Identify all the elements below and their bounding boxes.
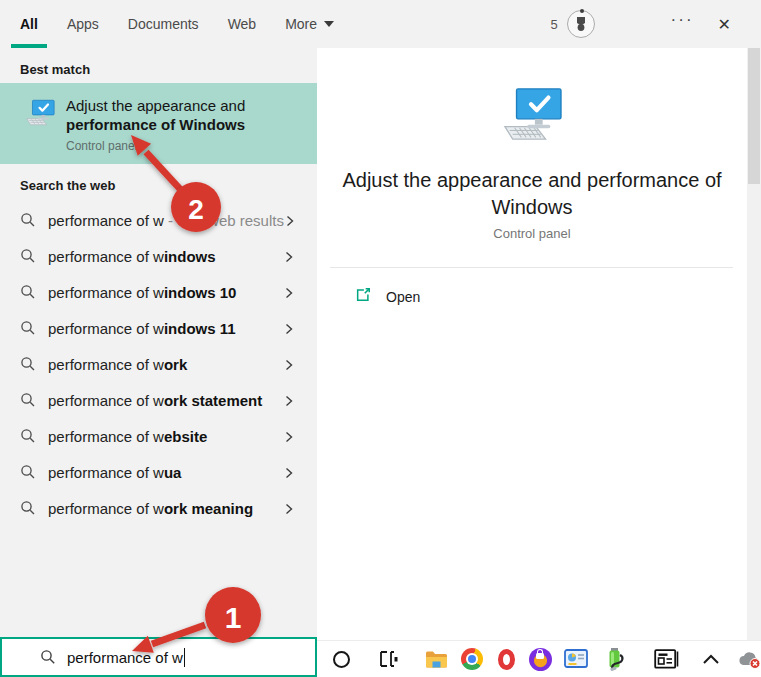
medal-glyph	[573, 16, 589, 32]
performance-monitor-icon-large	[499, 86, 565, 144]
suggestion-typed: performance of w	[48, 356, 164, 373]
search-input-value: performance of w	[67, 649, 183, 666]
chevron-right-icon	[283, 286, 295, 298]
preview-subtitle: Control panel	[317, 226, 747, 241]
suggestion-suffix: - See web results	[164, 212, 284, 229]
chevron-right-icon	[283, 466, 295, 478]
search-icon	[20, 392, 36, 408]
tab-documents[interactable]: Documents	[128, 0, 199, 48]
battery-tool-icon[interactable]	[601, 646, 627, 672]
preview-panel: Adjust the appearance and performance of…	[317, 48, 761, 640]
chevron-right-icon	[284, 214, 296, 226]
search-icon	[20, 356, 36, 372]
suggestion-typed: performance of w	[48, 500, 164, 517]
suggestion-text: performance of windows 11	[48, 320, 236, 337]
close-icon[interactable]: ✕	[718, 15, 731, 34]
suggestion-text: performance of work	[48, 356, 187, 373]
web-suggestion-item[interactable]: performance of windows	[0, 238, 317, 274]
search-icon	[20, 284, 36, 300]
web-suggestion-item[interactable]: performance of windows 11	[0, 310, 317, 346]
suggestion-completion: indows 11	[164, 320, 236, 337]
results-panel: Best match Adjust the appearance and	[0, 48, 317, 677]
cortana-icon[interactable]	[328, 646, 354, 672]
suggestion-text: performance of windows	[48, 248, 216, 265]
chevron-right-icon	[283, 502, 295, 514]
onedrive-error-icon[interactable]	[736, 646, 761, 672]
suggestion-completion: ua	[164, 464, 182, 481]
tab-web[interactable]: Web	[228, 0, 257, 48]
medal-notch	[580, 9, 584, 13]
suggestion-text: performance of w - See web results	[48, 212, 284, 229]
suggestion-text: performance of wua	[48, 464, 181, 481]
web-suggestion-item[interactable]: performance of wua	[0, 454, 317, 490]
web-suggestion-item[interactable]: performance of work meaning	[0, 490, 317, 526]
suggestion-text: performance of website	[48, 428, 207, 445]
best-match-result[interactable]: Adjust the appearance and performance of…	[0, 83, 317, 164]
windows-search-flyout: All Apps Documents Web More 5 ···	[0, 0, 761, 677]
tab-more[interactable]: More	[285, 0, 334, 48]
suggestion-completion: ork meaning	[164, 500, 253, 517]
web-suggestion-item[interactable]: performance of w - See web results	[0, 202, 317, 238]
tab-all[interactable]: All	[20, 0, 38, 48]
best-match-title-line2: performance of Windows	[66, 115, 245, 134]
search-icon	[20, 320, 36, 336]
web-suggestion-item[interactable]: performance of work	[0, 346, 317, 382]
avast-browser-icon[interactable]	[527, 646, 553, 672]
search-icon	[20, 500, 36, 516]
open-action[interactable]: Open	[317, 287, 761, 306]
suggestion-typed: performance of w	[48, 284, 164, 301]
preview-title: Adjust the appearance and performance of…	[317, 167, 747, 221]
opera-icon[interactable]	[493, 646, 519, 672]
chevron-right-icon	[283, 322, 295, 334]
tray-chevron-up-icon[interactable]	[698, 646, 724, 672]
web-suggestions: performance of w - See web results perfo…	[0, 202, 317, 526]
search-icon	[40, 649, 56, 665]
suggestion-text: performance of work statement	[48, 392, 262, 409]
chrome-icon[interactable]	[459, 646, 485, 672]
search-icon	[20, 428, 36, 444]
suggestion-typed: performance of w	[48, 428, 164, 445]
search-filter-tabs: All Apps Documents Web More 5 ···	[0, 0, 761, 48]
suggestion-completion: indows	[164, 248, 216, 265]
chevron-right-icon	[283, 250, 295, 262]
scrollbar-thumb[interactable]	[748, 48, 760, 184]
tab-apps[interactable]: Apps	[67, 0, 99, 48]
tab-web-label: Web	[228, 16, 257, 32]
preview-title-line1: Adjust the appearance and performance of	[317, 167, 747, 194]
open-external-icon	[355, 287, 371, 306]
chevron-right-icon	[283, 430, 295, 442]
chevron-down-icon	[324, 21, 334, 27]
search-web-header: Search the web	[20, 178, 317, 193]
web-suggestion-item[interactable]: performance of work statement	[0, 382, 317, 418]
best-match-subtitle: Control panel	[66, 139, 245, 153]
open-label: Open	[386, 289, 420, 305]
more-options-icon[interactable]: ···	[671, 15, 694, 33]
resource-monitor-icon[interactable]	[563, 646, 589, 672]
rewards-count: 5	[550, 17, 557, 32]
tab-all-label: All	[20, 16, 38, 32]
performance-monitor-icon	[24, 98, 56, 128]
suggestion-typed: performance of w	[48, 464, 164, 481]
tab-apps-label: Apps	[67, 16, 99, 32]
best-match-header: Best match	[20, 48, 317, 77]
suggestion-completion: ork	[164, 356, 187, 373]
suggestion-typed: performance of w	[48, 320, 164, 337]
best-match-title-line1: Adjust the appearance and	[66, 96, 245, 115]
rewards-medal-icon[interactable]	[567, 10, 595, 38]
divider	[330, 267, 733, 268]
suggestion-typed: performance of w	[48, 212, 164, 229]
task-view-icon[interactable]	[375, 646, 401, 672]
chevron-right-icon	[283, 394, 295, 406]
text-cursor	[184, 648, 186, 667]
chevron-right-icon	[283, 358, 295, 370]
search-icon	[20, 212, 36, 228]
web-suggestion-item[interactable]: performance of website	[0, 418, 317, 454]
news-icon[interactable]	[653, 646, 679, 672]
search-input[interactable]: performance of w	[0, 637, 317, 677]
web-suggestion-item[interactable]: performance of windows 10	[0, 274, 317, 310]
scrollbar[interactable]	[747, 48, 761, 640]
suggestion-typed: performance of w	[48, 392, 164, 409]
suggestion-completion: ork statement	[164, 392, 262, 409]
file-explorer-icon[interactable]	[423, 646, 449, 672]
suggestion-typed: performance of w	[48, 248, 164, 265]
